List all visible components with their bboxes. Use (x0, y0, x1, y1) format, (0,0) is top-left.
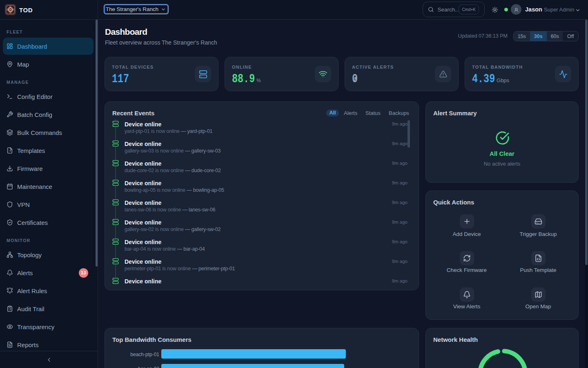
svg-text:88: 88 (495, 366, 510, 368)
